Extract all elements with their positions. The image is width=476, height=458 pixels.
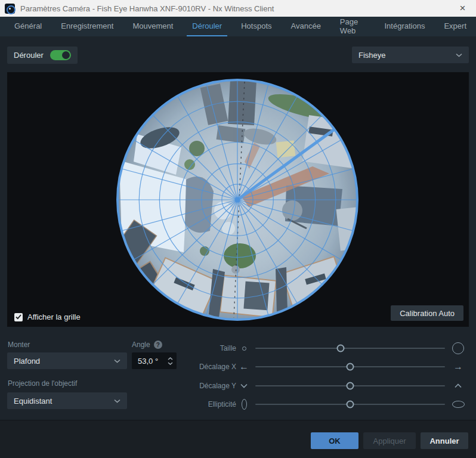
close-icon[interactable]: × xyxy=(449,0,476,17)
projection-label: Projection de l'objectif xyxy=(8,379,77,388)
chevron-down-icon xyxy=(456,53,462,57)
chevron-down-icon xyxy=(114,359,120,363)
angle-label: Angle xyxy=(132,341,150,349)
angle-value: 53,0 ° xyxy=(138,357,168,366)
angle-spinbox[interactable]: 53,0 ° xyxy=(132,352,177,369)
tab-derouler[interactable]: Dérouler xyxy=(187,17,227,36)
tab-avancee[interactable]: Avancée xyxy=(286,17,326,36)
small-circle-icon xyxy=(236,346,252,351)
dewarp-mode-select[interactable]: Fisheye xyxy=(352,47,469,63)
tab-page-web[interactable]: Page Web xyxy=(335,17,371,36)
ellipticity-slider-handle[interactable] xyxy=(347,401,354,409)
fisheye-preview[interactable]: Afficher la grille Calibration Auto xyxy=(7,72,469,327)
tab-enregistrement[interactable]: Enregistrement xyxy=(55,17,119,36)
show-grid-checkbox-row[interactable]: Afficher la grille xyxy=(14,312,81,321)
tab-integrations[interactable]: Intégrations xyxy=(379,17,430,36)
ok-button[interactable]: OK xyxy=(311,432,358,449)
help-icon[interactable]: ? xyxy=(154,341,162,349)
offset-x-slider[interactable] xyxy=(255,358,445,376)
size-slider-label: Taille xyxy=(197,344,236,352)
offset-y-slider-handle[interactable] xyxy=(347,382,354,390)
tab-hotspots[interactable]: Hotspots xyxy=(236,17,277,36)
cancel-button[interactable]: Annuler xyxy=(421,432,468,449)
offset-x-slider-label: Décalage X xyxy=(197,363,236,371)
dewarp-toggle-switch[interactable] xyxy=(50,50,71,60)
spin-arrows[interactable] xyxy=(168,357,173,365)
spin-up-icon xyxy=(168,357,173,360)
tab-general[interactable]: Général xyxy=(9,17,47,36)
apply-button[interactable]: Appliquer xyxy=(363,432,416,449)
fisheye-image xyxy=(7,72,469,327)
mount-select[interactable]: Plafond xyxy=(7,352,127,369)
dewarp-toggle-label: Dérouler xyxy=(14,51,44,60)
size-slider-row: Taille xyxy=(197,339,468,357)
ellipticity-slider-label: Ellipticité xyxy=(197,400,236,409)
offset-y-slider-row: Décalage Y xyxy=(197,377,468,395)
dewarp-settings-panel: Dérouler Fisheye xyxy=(0,36,476,420)
chevron-up-icon xyxy=(449,383,468,388)
show-grid-label: Afficher la grille xyxy=(27,312,81,321)
projection-value: Equidistant xyxy=(14,397,52,406)
auto-calibration-button[interactable]: Calibration Auto xyxy=(391,305,463,321)
title-bar: Paramètres Caméra - Fish Eye Hanwha XNF-… xyxy=(0,0,476,17)
tall-ellipse-icon xyxy=(236,399,252,410)
fisheye-grid-overlay xyxy=(118,80,357,320)
size-slider[interactable] xyxy=(255,339,445,357)
tab-expert[interactable]: Expert xyxy=(438,17,472,36)
arrow-right-icon: → xyxy=(449,361,468,372)
size-slider-handle[interactable] xyxy=(337,345,345,352)
chevron-down-icon xyxy=(114,399,120,403)
dialog-footer: OK Appliquer Annuler xyxy=(0,420,476,458)
offset-y-slider-label: Décalage Y xyxy=(197,382,236,390)
chevron-down-icon xyxy=(236,383,252,388)
ellipticity-slider[interactable] xyxy=(255,395,445,413)
window-title: Paramètres Caméra - Fish Eye Hanwha XNF-… xyxy=(20,4,274,13)
camera-settings-dialog: Paramètres Caméra - Fish Eye Hanwha XNF-… xyxy=(0,0,476,458)
offset-y-slider[interactable] xyxy=(255,377,445,395)
spin-down-icon xyxy=(168,362,173,365)
mount-value: Plafond xyxy=(14,357,40,366)
projection-select[interactable]: Equidistant xyxy=(7,392,127,409)
tab-bar: Général Enregistrement Mouvement Déroule… xyxy=(0,17,476,36)
dewarp-mode-value: Fisheye xyxy=(358,51,386,60)
large-circle-icon xyxy=(449,342,468,354)
tab-mouvement[interactable]: Mouvement xyxy=(127,17,178,36)
dewarp-toggle-group[interactable]: Dérouler xyxy=(7,47,78,64)
angle-label-row: Angle ? xyxy=(132,341,162,349)
wide-ellipse-icon xyxy=(449,401,468,408)
mount-label: Monter xyxy=(8,341,30,349)
offset-x-slider-handle[interactable] xyxy=(347,363,354,371)
ellipticity-slider-row: Ellipticité xyxy=(197,395,468,413)
arrow-left-icon: ← xyxy=(236,361,252,372)
offset-x-slider-row: Décalage X ← → xyxy=(197,358,468,376)
nx-witness-logo-icon xyxy=(5,4,15,14)
checkbox-checked-icon[interactable] xyxy=(14,313,23,321)
